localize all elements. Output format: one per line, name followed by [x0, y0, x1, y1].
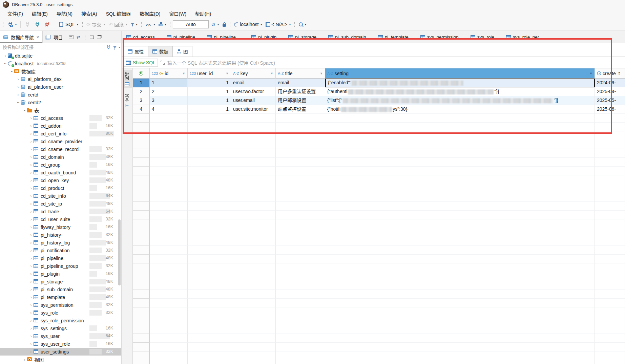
- empty-cell-setting[interactable]: [325, 123, 595, 131]
- expand-arrow-icon[interactable]: ›: [28, 272, 34, 276]
- database-selector[interactable]: < N/A > ▾: [264, 21, 292, 28]
- menu-item[interactable]: 编辑(E): [28, 9, 52, 18]
- empty-cell-id[interactable]: [150, 351, 188, 360]
- expand-arrow-icon[interactable]: ›: [22, 108, 27, 113]
- row-number-cell[interactable]: [133, 290, 150, 299]
- data-transfer-button[interactable]: ▾: [157, 22, 167, 27]
- empty-cell-key[interactable]: [231, 334, 276, 343]
- row-number-cell[interactable]: [133, 263, 150, 272]
- tree-item[interactable]: › cd_cert_info 80K: [0, 130, 121, 137]
- auto-commit-combo[interactable]: Auto: [173, 20, 209, 28]
- empty-cell-setting[interactable]: [325, 114, 595, 123]
- empty-cell-key[interactable]: [231, 307, 276, 316]
- empty-cell-user-id[interactable]: [188, 325, 231, 334]
- row-number-cell[interactable]: [133, 149, 150, 158]
- empty-cell-setting[interactable]: [325, 140, 595, 149]
- menu-item[interactable]: 搜索(A): [77, 9, 101, 18]
- row-number-cell[interactable]: [133, 114, 150, 123]
- grid-corner-cell[interactable]: [133, 68, 150, 79]
- text-view-button[interactable]: 文本 ⊢: [123, 91, 131, 110]
- expand-arrow-icon[interactable]: ›: [16, 77, 21, 82]
- minimize-icon[interactable]: [90, 36, 94, 39]
- toolbar-grip[interactable]: [169, 22, 171, 27]
- empty-cell-title[interactable]: [276, 219, 325, 228]
- tree-item[interactable]: › sys_user 64K: [0, 332, 121, 340]
- empty-cell-key[interactable]: [231, 158, 276, 167]
- tree-item[interactable]: › pi_history_log 48K: [0, 239, 121, 247]
- connect-button[interactable]: [23, 20, 32, 28]
- empty-cell-title[interactable]: [276, 351, 325, 360]
- expand-arrow-icon[interactable]: ›: [28, 264, 34, 269]
- tree-item[interactable]: › pi_template 48K: [0, 293, 121, 301]
- close-icon[interactable]: ×: [37, 35, 39, 40]
- tree-item[interactable]: › cd_product 16K: [0, 184, 121, 192]
- cell-key[interactable]: user.email: [231, 96, 276, 105]
- empty-cell-id[interactable]: [150, 263, 188, 272]
- empty-cell-create-time[interactable]: [595, 299, 625, 307]
- empty-cell-title[interactable]: [276, 334, 325, 343]
- empty-cell-create-time[interactable]: [595, 193, 625, 202]
- editor-tab[interactable]: sys_role: [466, 31, 501, 43]
- empty-cell-create-time[interactable]: [595, 237, 625, 246]
- empty-cell-key[interactable]: [231, 202, 276, 211]
- expand-arrow-icon[interactable]: ›: [28, 334, 34, 339]
- empty-cell-title[interactable]: [276, 114, 325, 123]
- tree-item[interactable]: › sys_settings 16K: [0, 324, 121, 332]
- row-number-cell[interactable]: [133, 140, 150, 149]
- row-number-cell[interactable]: 1: [133, 79, 150, 87]
- column-filter-icon[interactable]: ▼: [226, 72, 229, 75]
- empty-cell-user-id[interactable]: [188, 175, 231, 184]
- empty-cell-id[interactable]: [150, 228, 188, 237]
- expand-filter-icon[interactable]: [161, 61, 165, 65]
- row-number-cell[interactable]: [133, 175, 150, 184]
- empty-cell-setting[interactable]: [325, 316, 595, 325]
- empty-cell-id[interactable]: [150, 140, 188, 149]
- cell-key[interactable]: email: [231, 79, 276, 87]
- empty-cell-user-id[interactable]: [188, 211, 231, 219]
- empty-cell-create-time[interactable]: [595, 140, 625, 149]
- tree-item[interactable]: › cd_cname_provider: [0, 137, 121, 145]
- empty-cell-key[interactable]: [231, 360, 276, 364]
- empty-cell-key[interactable]: [231, 325, 276, 334]
- empty-cell-create-time[interactable]: [595, 131, 625, 140]
- expand-arrow-icon[interactable]: ›: [28, 311, 34, 315]
- cell-create-time[interactable]: 2024-09-: [595, 79, 625, 87]
- expand-arrow-icon[interactable]: ›: [28, 209, 34, 214]
- expand-arrow-icon[interactable]: ›: [28, 233, 34, 237]
- caret-down-icon[interactable]: ▾: [119, 46, 120, 49]
- empty-cell-key[interactable]: [231, 299, 276, 307]
- tab-data[interactable]: 数据: [148, 46, 173, 57]
- empty-cell-user-id[interactable]: [188, 158, 231, 167]
- column-filter-icon[interactable]: ▼: [182, 72, 185, 75]
- empty-cell-key[interactable]: [231, 281, 276, 290]
- cell-setting[interactable]: {"authenti"}}: [325, 87, 595, 96]
- empty-cell-create-time[interactable]: [595, 123, 625, 131]
- dashboard-button[interactable]: ▾: [144, 20, 156, 28]
- row-number-cell[interactable]: [133, 131, 150, 140]
- tree-item[interactable]: › pi_plugin 16K: [0, 270, 121, 278]
- connection-filter-icon[interactable]: [106, 44, 112, 50]
- tree-item[interactable]: › cd_access 32K: [0, 114, 121, 122]
- expand-arrow-icon[interactable]: ›: [28, 163, 34, 167]
- tree-item[interactable]: › 表: [0, 106, 121, 114]
- expand-arrow-icon[interactable]: ›: [16, 100, 21, 105]
- expand-arrow-icon[interactable]: ›: [28, 155, 34, 159]
- cell-user-id[interactable]: 1: [188, 96, 231, 105]
- cell-title[interactable]: email: [276, 79, 325, 87]
- cell-title[interactable]: 站点监控设置: [276, 105, 325, 114]
- empty-cell-id[interactable]: [150, 255, 188, 263]
- empty-cell-user-id[interactable]: [188, 255, 231, 263]
- empty-cell-title[interactable]: [276, 281, 325, 290]
- empty-cell-create-time[interactable]: [595, 149, 625, 158]
- empty-cell-setting[interactable]: [325, 175, 595, 184]
- row-number-cell[interactable]: [133, 211, 150, 219]
- empty-cell-id[interactable]: [150, 211, 188, 219]
- empty-cell-user-id[interactable]: [188, 184, 231, 193]
- empty-cell-id[interactable]: [150, 184, 188, 193]
- empty-cell-create-time[interactable]: [595, 158, 625, 167]
- empty-cell-create-time[interactable]: [595, 114, 625, 123]
- empty-cell-title[interactable]: [276, 246, 325, 255]
- expand-arrow-icon[interactable]: ›: [28, 116, 34, 121]
- tree-item[interactable]: › sys_role 32K: [0, 309, 121, 317]
- tree-item[interactable]: › cd_domain 48K: [0, 153, 121, 161]
